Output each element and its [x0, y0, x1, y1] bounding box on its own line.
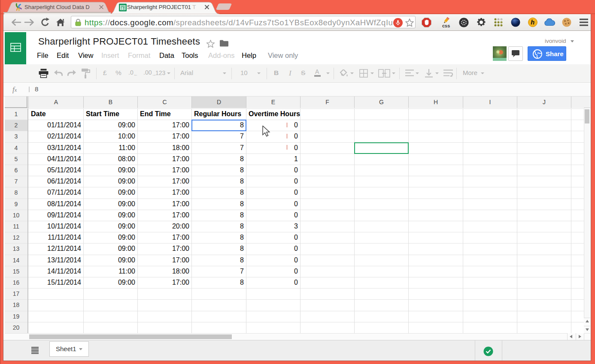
svg-text:h: h	[531, 19, 534, 26]
svg-text:css: css	[442, 23, 450, 28]
